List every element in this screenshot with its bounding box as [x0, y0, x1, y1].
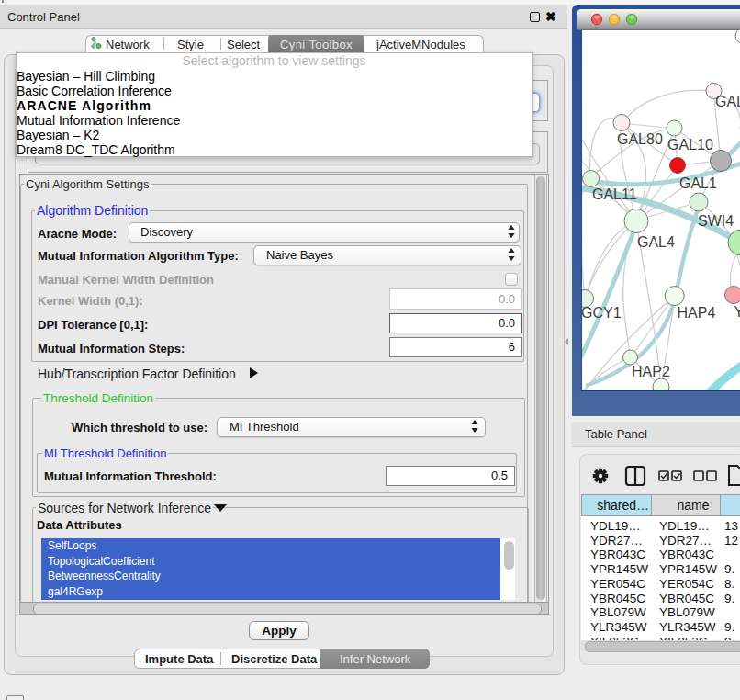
svg-text:HAP2: HAP2 — [632, 364, 670, 379]
svg-text:Y: Y — [734, 304, 740, 320]
svg-text:GCY1: GCY1 — [581, 305, 622, 321]
svg-text:GAL4: GAL4 — [637, 234, 675, 250]
svg-text:GAL10: GAL10 — [667, 137, 713, 152]
svg-text:GAL8: GAL8 — [715, 94, 740, 109]
svg-text:GAL80: GAL80 — [617, 131, 663, 147]
svg-text:HAP4: HAP4 — [678, 305, 716, 321]
svg-text:GAL11: GAL11 — [592, 186, 637, 202]
svg-text:GAL1: GAL1 — [679, 175, 717, 191]
svg-text:SWI4: SWI4 — [698, 213, 734, 229]
